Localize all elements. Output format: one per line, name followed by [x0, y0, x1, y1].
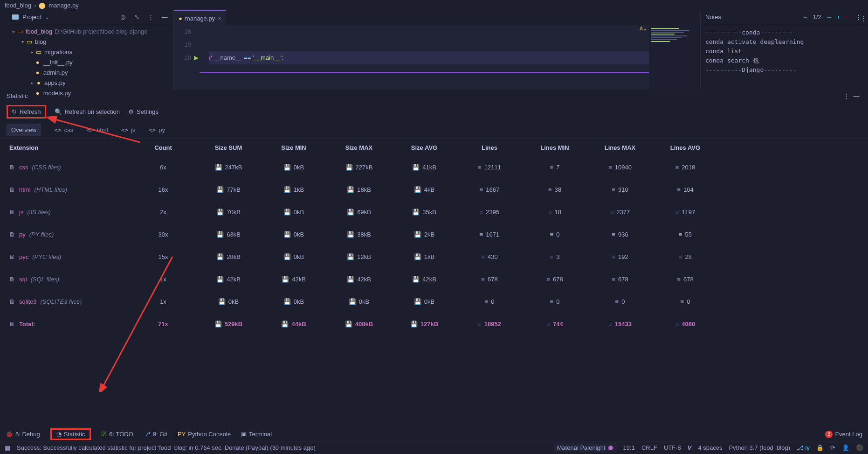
tool-todo[interactable]: ☑6: TODO: [101, 431, 133, 438]
header-extension[interactable]: Extension: [9, 144, 131, 151]
tool-event-log[interactable]: 3Event Log: [825, 431, 862, 438]
tree-item[interactable]: ▾▭blog: [8, 36, 173, 47]
caret-icon[interactable]: [31, 70, 32, 75]
table-row[interactable]: 🗎pyc (PYC files)15x💾28kB💾0kB💾12kB💾1kB≡43…: [0, 245, 868, 268]
caret-icon[interactable]: ▸: [31, 49, 33, 55]
ext-link[interactable]: pyc: [19, 253, 28, 260]
tab-html[interactable]: <>html: [86, 126, 108, 133]
project-pane-title[interactable]: Project: [22, 14, 41, 21]
editor-tab[interactable]: ● manage.py ×: [174, 10, 226, 25]
tab-css[interactable]: <>css: [54, 126, 73, 133]
tree-item[interactable]: ●models.py: [8, 88, 173, 98]
stack-icon: ≡: [481, 253, 485, 260]
indent[interactable]: 4 spaces: [698, 444, 722, 451]
table-row[interactable]: 🗎js (JS files)2x💾70kB💾0kB💾69kB💾35kB≡2395…: [0, 201, 868, 223]
hide-icon[interactable]: —: [858, 26, 868, 36]
editor-main[interactable]: ● manage.py × 18 19 20▶ if __name__ == '…: [174, 10, 700, 90]
encoding[interactable]: UTF-8: [664, 444, 681, 451]
hide-icon[interactable]: —: [851, 91, 861, 101]
folder-icon: ▭: [26, 38, 33, 45]
inspection-icon[interactable]: A⌄: [640, 26, 647, 31]
table-row[interactable]: 🗎html (HTML files)16x💾77kB💾1kB💾18kB💾4kB≡…: [0, 178, 868, 201]
header-count[interactable]: Count: [131, 144, 196, 151]
stack-icon: ≡: [677, 186, 681, 193]
caret-icon[interactable]: ▾: [12, 29, 14, 34]
breadcrumb-file[interactable]: manage.py: [48, 2, 78, 9]
ext-link[interactable]: html: [19, 186, 31, 193]
stack-icon: ≡: [550, 253, 554, 260]
tree-item[interactable]: ●admin.py: [8, 67, 173, 77]
file-icon: 🗎: [9, 231, 15, 238]
ext-link[interactable]: py: [19, 231, 26, 238]
ext-link[interactable]: sqlite3: [19, 298, 37, 305]
ext-link[interactable]: css: [19, 164, 28, 171]
add-note-icon[interactable]: +: [837, 14, 840, 21]
cell-value: 55: [685, 231, 692, 238]
tree-item[interactable]: ▸●apps.py: [8, 77, 173, 88]
virtualenv-icon[interactable]: V: [688, 444, 692, 451]
header-lines-min[interactable]: Lines MIN: [522, 144, 587, 151]
ext-link[interactable]: sql: [19, 276, 27, 283]
editor-minimap[interactable]: A⌄: [649, 25, 700, 90]
ide-icon[interactable]: ⚫: [856, 444, 863, 451]
locate-icon[interactable]: ◎: [117, 12, 128, 22]
user-icon[interactable]: 👤: [842, 444, 849, 451]
settings-button[interactable]: ⚙ Settings: [128, 108, 158, 115]
refresh-button[interactable]: ↻ Refresh: [7, 105, 46, 119]
header-size-avg[interactable]: Size AVG: [392, 144, 457, 151]
close-icon[interactable]: ×: [218, 15, 221, 22]
caret-icon[interactable]: [31, 91, 32, 96]
header-size-sum[interactable]: Size SUM: [196, 144, 261, 151]
tool-terminal[interactable]: ▣Terminal: [241, 431, 272, 438]
header-lines-max[interactable]: Lines MAX: [587, 144, 653, 151]
more-icon[interactable]: ⋮: [841, 91, 851, 101]
tab-py[interactable]: <>py: [149, 126, 165, 133]
table-row[interactable]: 🗎py (PY files)30x💾63kB💾0kB💾38kB💾2kB≡1671…: [0, 223, 868, 245]
run-gutter-icon[interactable]: ▶: [194, 51, 199, 64]
cell-value: 0kB: [294, 298, 304, 305]
lock-icon[interactable]: 🔒: [816, 444, 824, 451]
caret-icon[interactable]: [31, 60, 32, 65]
cell-value: 1kB: [424, 253, 434, 260]
sync-icon[interactable]: ⟳: [830, 444, 835, 451]
chevron-down-icon[interactable]: ⌄: [45, 14, 50, 21]
more-icon[interactable]: ⋮: [145, 12, 156, 22]
caret-icon[interactable]: ▾: [21, 39, 24, 44]
tool-statistic[interactable]: ◔Statistic: [50, 428, 91, 440]
stack-icon: ≡: [548, 186, 552, 193]
line-separator[interactable]: CRLF: [641, 444, 657, 451]
ext-link[interactable]: js: [19, 209, 23, 216]
prev-note-icon[interactable]: ←: [802, 14, 808, 21]
editor-code[interactable]: if __name__ == '__main__':: [200, 25, 700, 90]
tool-python-console[interactable]: PYPython Console: [178, 431, 231, 438]
table-row[interactable]: 🗎sql (SQL files)1x💾42kB💾42kB💾42kB💾42kB≡6…: [0, 268, 868, 290]
table-row[interactable]: 🗎css (CSS files)6x💾247kB💾0kB💾227kB💾41kB≡…: [0, 156, 868, 178]
collapse-icon[interactable]: ⤡: [131, 12, 142, 22]
header-lines[interactable]: Lines: [457, 144, 522, 151]
ext-desc: (SQL files): [31, 276, 59, 283]
breadcrumb-project[interactable]: food_blog: [5, 2, 31, 9]
table-row[interactable]: 🗎sqlite3 (SQLITE3 files)1x💾0kB💾0kB💾0kB💾0…: [0, 290, 868, 313]
git-branch[interactable]: ⎇ ly: [797, 444, 810, 451]
more-icon[interactable]: ⋮: [858, 13, 868, 23]
tool-debug[interactable]: 🐞5: Debug: [6, 431, 40, 438]
header-size-max[interactable]: Size MAX: [326, 144, 392, 151]
caret-icon[interactable]: ▸: [31, 80, 33, 85]
theme-indicator[interactable]: Material Palenight: [553, 443, 617, 452]
tree-item[interactable]: ●__init__.py: [8, 57, 173, 67]
tool-git[interactable]: ⎇9: Git: [144, 431, 167, 438]
tree-item[interactable]: ▸▭migrations: [8, 47, 173, 57]
python-interpreter[interactable]: Python 3.7 (food_blog): [729, 444, 790, 451]
remove-note-icon[interactable]: −: [845, 14, 848, 21]
tab-js[interactable]: <>js: [121, 126, 136, 133]
refresh-selection-button[interactable]: 🔍 Refresh on selection: [55, 108, 120, 115]
toolwindow-icon[interactable]: ▦: [5, 444, 10, 451]
tab-overview[interactable]: Overview: [7, 124, 41, 136]
cursor-position[interactable]: 19:1: [623, 444, 635, 451]
hide-icon[interactable]: —: [159, 12, 170, 22]
header-size-min[interactable]: Size MIN: [261, 144, 326, 151]
header-lines-avg[interactable]: Lines AVG: [653, 144, 718, 151]
project-root[interactable]: ▾ ▭ food_blog D:\GitHub project\food blo…: [8, 26, 173, 36]
next-note-icon[interactable]: →: [826, 14, 832, 21]
notes-body[interactable]: ----------conda--------- conda activate …: [701, 24, 868, 78]
